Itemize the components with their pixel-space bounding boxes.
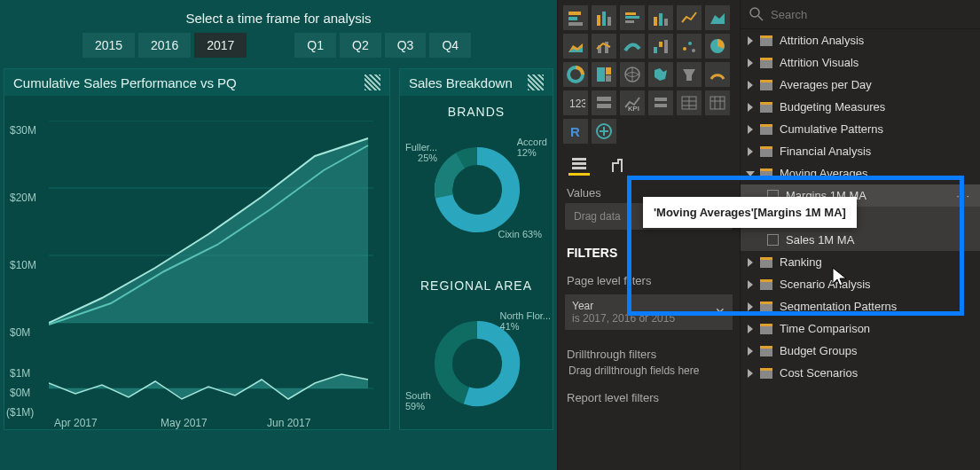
svg-rect-34 xyxy=(597,97,611,101)
table-icon xyxy=(760,124,772,135)
scatter-icon[interactable] xyxy=(677,34,702,59)
remove-filter-icon[interactable]: ✕ xyxy=(715,305,725,319)
matrix-icon[interactable] xyxy=(705,90,730,115)
clustered-column-icon[interactable] xyxy=(648,5,673,30)
q1-button[interactable]: Q1 xyxy=(294,33,336,58)
table-ranking[interactable]: Ranking xyxy=(741,251,980,273)
svg-rect-20 xyxy=(605,42,608,53)
drill-mode-icon[interactable] xyxy=(365,74,380,90)
time-frame-title: Select a time frame for analysis xyxy=(0,11,557,26)
stacked-bar-icon[interactable] xyxy=(563,5,588,30)
table-budget-groups[interactable]: Budget Groups xyxy=(741,340,980,362)
table-icon xyxy=(760,168,772,179)
table-icon xyxy=(760,35,772,46)
stacked-area-icon[interactable] xyxy=(563,34,588,59)
q3-button[interactable]: Q3 xyxy=(385,33,427,58)
fields-tab-icon[interactable] xyxy=(568,154,590,176)
more-options-icon[interactable]: ··· xyxy=(956,189,971,202)
table-attrition-visuals[interactable]: Attrition Visuals xyxy=(741,51,980,74)
map-icon[interactable] xyxy=(620,62,645,87)
svg-rect-31 xyxy=(606,75,611,82)
svg-rect-53 xyxy=(572,167,586,169)
table-viz-icon[interactable] xyxy=(677,90,702,115)
y-tick: $0M xyxy=(10,326,30,339)
ribbon-icon[interactable] xyxy=(620,34,645,59)
pie-icon[interactable] xyxy=(705,34,730,59)
y-tick: $30M xyxy=(10,124,36,137)
filter-field-name: Year xyxy=(572,300,675,312)
import-visual-icon[interactable] xyxy=(592,119,616,144)
svg-rect-30 xyxy=(606,67,611,74)
table-cost-scenarios[interactable]: Cost Scenarios xyxy=(741,362,980,384)
spark-chart xyxy=(49,364,373,413)
funnel-icon[interactable] xyxy=(677,62,702,87)
fields-list: Attrition Analysis Attrition Visuals Ave… xyxy=(741,29,980,470)
filters-header: FILTERS xyxy=(558,237,740,265)
x-tick: Jun 2017 xyxy=(267,417,310,429)
search-input[interactable] xyxy=(771,8,971,21)
svg-rect-37 xyxy=(655,98,667,101)
table-attrition-analysis[interactable]: Attrition Analysis xyxy=(741,29,980,51)
viz-gallery: 123 KPI R xyxy=(558,0,740,149)
year-filter-chip[interactable]: Year is 2017, 2016 or 2015 ✕ xyxy=(565,294,733,330)
checkbox-icon[interactable] xyxy=(767,234,779,246)
fields-search[interactable] xyxy=(741,0,980,29)
slicer-icon[interactable] xyxy=(648,90,673,115)
table-segmentation-patterns[interactable]: Segmentation Patterns xyxy=(741,295,980,317)
format-tab-icon[interactable] xyxy=(606,154,627,176)
year-2016-button[interactable]: 2016 xyxy=(138,33,191,58)
svg-rect-22 xyxy=(659,42,662,47)
kpi-icon[interactable]: KPI xyxy=(620,90,645,115)
treemap-icon[interactable] xyxy=(592,62,616,87)
drill-placeholder[interactable]: Drag drillthrough fields here xyxy=(558,364,740,382)
r-visual-icon[interactable]: R xyxy=(563,119,588,144)
svg-text:R: R xyxy=(570,124,580,139)
svg-rect-35 xyxy=(597,104,611,108)
svg-rect-52 xyxy=(572,162,586,165)
drill-mode-icon[interactable] xyxy=(528,74,544,90)
spark-tick: $0M xyxy=(10,387,30,399)
waterfall-icon[interactable] xyxy=(648,34,673,59)
stacked-column-icon[interactable] xyxy=(592,5,616,30)
table-financial-analysis[interactable]: Financial Analysis xyxy=(741,140,980,162)
table-moving-averages[interactable]: Moving Averages xyxy=(741,162,980,184)
line-chart-icon[interactable] xyxy=(677,5,702,30)
svg-point-25 xyxy=(688,42,692,45)
donut-icon[interactable] xyxy=(563,62,588,87)
table-budgeting-measures[interactable]: Budgeting Measures xyxy=(741,96,980,118)
field-sales-1m-ma[interactable]: Sales 1M MA xyxy=(741,229,980,251)
table-icon xyxy=(760,257,772,268)
report-filters-label: Report level filters xyxy=(558,382,740,408)
q4-button[interactable]: Q4 xyxy=(429,33,471,58)
svg-rect-13 xyxy=(625,12,636,15)
gauge-icon[interactable] xyxy=(705,62,730,87)
area-chart-icon[interactable] xyxy=(705,5,730,30)
svg-point-54 xyxy=(750,8,759,17)
table-cumulative-patterns[interactable]: Cumulative Patterns xyxy=(741,118,980,140)
table-scenario-analysis[interactable]: Scenario Analysis xyxy=(741,273,980,295)
table-time-comparison[interactable]: Time Comparison xyxy=(741,317,980,340)
svg-rect-17 xyxy=(659,13,662,26)
svg-rect-16 xyxy=(654,17,657,26)
filled-map-icon[interactable] xyxy=(648,62,673,87)
cumulative-sales-card[interactable]: Cumulative Sales Performance vs PQ $30M … xyxy=(4,68,390,430)
search-icon xyxy=(749,7,764,21)
field-format-tabs xyxy=(558,149,740,177)
table-icon xyxy=(760,102,772,113)
year-2017-button[interactable]: 2017 xyxy=(194,33,247,58)
table-icon xyxy=(760,324,772,334)
table-averages-per-day[interactable]: Averages per Day xyxy=(741,74,980,96)
multirow-card-icon[interactable] xyxy=(592,90,616,115)
line-column-icon[interactable] xyxy=(592,34,616,59)
svg-rect-18 xyxy=(664,19,668,26)
clustered-bar-icon[interactable] xyxy=(620,5,645,30)
regional-label: REGIONAL AREA xyxy=(400,278,553,293)
svg-text:KPI: KPI xyxy=(628,105,639,113)
year-2015-button[interactable]: 2015 xyxy=(82,33,135,58)
q2-button[interactable]: Q2 xyxy=(340,33,381,58)
card-icon[interactable]: 123 xyxy=(563,90,588,115)
svg-rect-38 xyxy=(655,104,667,107)
table-icon xyxy=(760,146,772,157)
svg-rect-15 xyxy=(625,20,634,23)
sales-breakdown-card[interactable]: Sales Breakdown BRANDS Accord12% Fuller.… xyxy=(399,68,553,430)
